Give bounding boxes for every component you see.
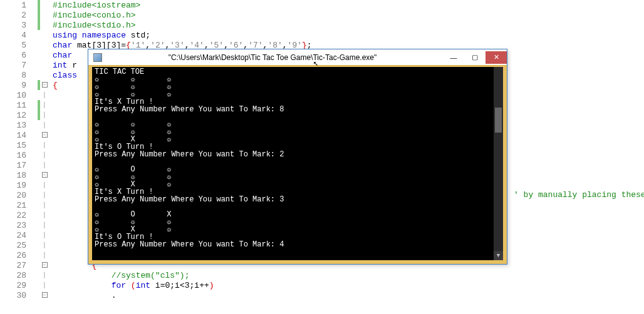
change-indicator <box>38 20 40 30</box>
change-indicator <box>38 0 40 10</box>
change-indicator <box>38 70 40 80</box>
code-text[interactable]: #include<conio.h> <box>49 11 136 20</box>
line-number: 20 <box>0 191 38 200</box>
code-text[interactable]: class <box>49 71 77 80</box>
scroll-down-icon[interactable]: ▼ <box>494 251 503 260</box>
line-number: 6 <box>0 51 38 60</box>
fold-gutter[interactable]: − <box>40 132 49 138</box>
code-text[interactable]: for (int i=0;i<3;i++) <box>49 281 214 290</box>
fold-gutter: │ <box>40 162 49 168</box>
line-number: 2 <box>0 11 38 20</box>
code-text[interactable]: . <box>49 291 116 300</box>
fold-gutter[interactable]: − <box>40 82 49 88</box>
line-number: 3 <box>0 21 38 30</box>
line-number: 5 <box>0 41 38 50</box>
code-line[interactable]: 2#include<conio.h> <box>0 10 644 20</box>
line-number: 18 <box>0 171 38 180</box>
fold-gutter: │ <box>40 122 49 128</box>
fold-gutter: │ <box>40 102 49 108</box>
scrollbar[interactable]: ▲ ▼ <box>494 67 503 260</box>
fold-gutter: │ <box>40 152 49 158</box>
change-indicator <box>38 60 40 70</box>
line-number: 9 <box>0 81 38 90</box>
fold-gutter: │ <box>40 272 49 278</box>
code-line[interactable]: 4using namespace std; <box>0 30 644 40</box>
line-number: 13 <box>0 121 38 130</box>
titlebar[interactable]: "C:\Users\Mark\Desktop\Tic Tac Toe Game\… <box>88 49 507 66</box>
code-line[interactable]: 30− . <box>0 290 644 300</box>
line-number: 8 <box>0 71 38 80</box>
line-number: 22 <box>0 211 38 220</box>
line-number: 14 <box>0 131 38 140</box>
line-number: 29 <box>0 281 38 290</box>
fold-gutter: │ <box>40 252 49 258</box>
code-comment-fragment: ' by manually placing these <box>514 190 644 200</box>
scroll-track[interactable] <box>494 76 503 251</box>
code-text[interactable]: using namespace std; <box>49 31 150 40</box>
change-indicator <box>38 50 40 60</box>
line-number: 1 <box>0 1 38 10</box>
scroll-thumb[interactable] <box>495 108 502 133</box>
fold-gutter: │ <box>40 212 49 218</box>
code-text[interactable]: int r <box>49 61 77 70</box>
line-number: 26 <box>0 251 38 260</box>
line-number: 15 <box>0 141 38 150</box>
close-button[interactable]: ✕ <box>486 51 507 64</box>
line-number: 17 <box>0 161 38 170</box>
code-text[interactable]: char <box>49 51 72 60</box>
fold-gutter: │ <box>40 92 49 98</box>
fold-gutter: │ <box>40 232 49 238</box>
change-indicator <box>38 40 40 50</box>
line-number: 30 <box>0 291 38 300</box>
line-number: 23 <box>0 221 38 230</box>
line-number: 11 <box>0 101 38 110</box>
minimize-button[interactable]: — <box>443 51 464 64</box>
line-number: 10 <box>0 91 38 100</box>
line-number: 7 <box>0 61 38 70</box>
line-number: 21 <box>0 201 38 210</box>
line-number: 19 <box>0 181 38 190</box>
fold-gutter[interactable]: − <box>40 172 49 178</box>
fold-gutter[interactable]: − <box>40 262 49 268</box>
fold-gutter: │ <box>40 192 49 198</box>
code-text[interactable] <box>49 91 72 100</box>
change-indicator <box>38 30 40 40</box>
fold-gutter: │ <box>40 142 49 148</box>
change-indicator <box>38 10 40 20</box>
code-line[interactable]: 28│ //system("cls"); <box>0 270 644 280</box>
console-output[interactable]: TIC TAC TOE ☼ ☼ ☼ ☼ ☼ ☼ ☼ ☼ ☼ It's X Tur… <box>92 67 503 260</box>
code-text[interactable]: #include<iostream> <box>49 1 140 10</box>
code-line[interactable]: 29│ for (int i=0;i<3;i++) <box>0 280 644 290</box>
fold-gutter: │ <box>40 112 49 118</box>
line-number: 24 <box>0 231 38 240</box>
line-number: 27 <box>0 261 38 270</box>
fold-gutter: │ <box>40 222 49 228</box>
console-window[interactable]: "C:\Users\Mark\Desktop\Tic Tac Toe Game\… <box>88 49 507 265</box>
code-line[interactable]: 3#include<stdio.h> <box>0 20 644 30</box>
code-text[interactable]: { <box>49 81 58 90</box>
fold-gutter: │ <box>40 202 49 208</box>
line-number: 4 <box>0 31 38 40</box>
console-text: TIC TAC TOE ☼ ☼ ☼ ☼ ☼ ☼ ☼ ☼ ☼ It's X Tur… <box>95 68 501 248</box>
line-number: 28 <box>0 271 38 280</box>
fold-gutter[interactable]: − <box>40 292 49 298</box>
app-icon <box>93 53 102 62</box>
maximize-button[interactable]: ▢ <box>464 51 486 64</box>
line-number: 12 <box>0 111 38 120</box>
window-title: "C:\Users\Mark\Desktop\Tic Tac Toe Game\… <box>102 53 443 62</box>
code-text[interactable]: //system("cls"); <box>49 271 189 280</box>
fold-gutter: │ <box>40 242 49 248</box>
line-number: 16 <box>0 151 38 160</box>
line-number: 25 <box>0 241 38 250</box>
code-line[interactable]: 1#include<iostream> <box>0 0 644 10</box>
fold-gutter: │ <box>40 282 49 288</box>
code-text[interactable]: #include<stdio.h> <box>49 21 136 30</box>
fold-gutter: │ <box>40 182 49 188</box>
